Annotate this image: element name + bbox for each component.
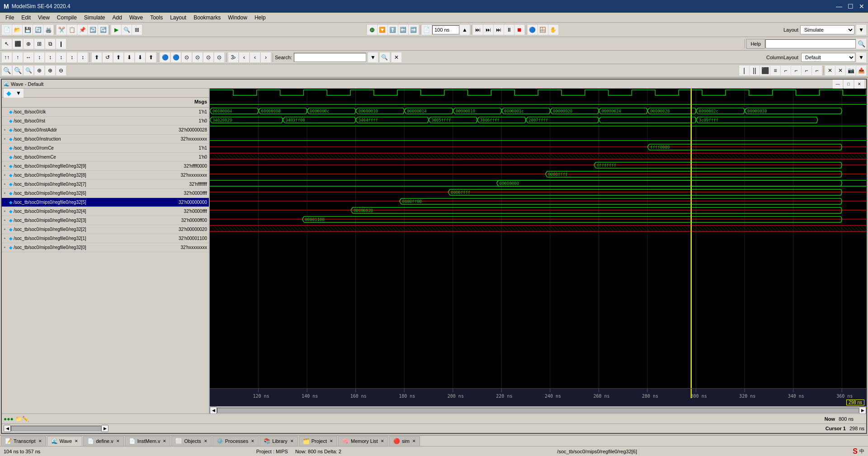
cursor-lock2-btn[interactable]: ✕ bbox=[835, 66, 845, 75]
signal-row[interactable]: +◆/soc_tb/soc0/mips0/regfile0/reg32[9]32… bbox=[2, 162, 209, 171]
tab-close-0[interactable]: ✕ bbox=[38, 439, 42, 443]
tb2-btn4[interactable]: ⊞ bbox=[34, 39, 44, 49]
signal-row[interactable]: +◆/soc_tb/soc0/InstAddr32'h00000028 bbox=[2, 126, 209, 135]
layout-dropdown[interactable]: Simulate Debug Default bbox=[800, 25, 854, 34]
tab-objects[interactable]: ⬜Objects✕ bbox=[171, 436, 211, 446]
tab-close-4[interactable]: ✕ bbox=[204, 439, 208, 443]
layout-dropdown-btn[interactable]: ▼ bbox=[856, 25, 866, 35]
expand-icon-3[interactable]: + bbox=[4, 137, 8, 141]
menu-view[interactable]: View bbox=[34, 14, 53, 22]
wave-max-btn[interactable]: □ bbox=[844, 79, 854, 89]
menu-wave[interactable]: Wave bbox=[126, 14, 146, 22]
column-layout-dropdown-btn[interactable]: ▼ bbox=[856, 52, 866, 62]
wave-cur3-btn[interactable]: ‹ bbox=[250, 52, 260, 62]
menu-layout[interactable]: Layout bbox=[166, 14, 190, 22]
tb2-btn2[interactable]: ⬛ bbox=[13, 39, 23, 49]
new-btn[interactable]: 📄 bbox=[2, 25, 12, 35]
sim-window-btn[interactable]: 🪟 bbox=[538, 25, 548, 35]
signal-row[interactable]: ◆/soc_tb/soc0/memCe1'h0 bbox=[2, 153, 209, 162]
menu-file[interactable]: File bbox=[2, 14, 18, 22]
zoom-in2-btn[interactable]: ⊕ bbox=[34, 66, 44, 75]
tb2-btn5[interactable]: ⧉ bbox=[45, 39, 55, 49]
trig4-btn[interactable]: ≡ bbox=[770, 66, 780, 75]
wave-cur4-btn[interactable]: › bbox=[261, 52, 271, 62]
tab-close-6[interactable]: ✕ bbox=[290, 439, 294, 443]
cursor-mode-btn[interactable]: ↖ bbox=[2, 39, 12, 49]
tab-library[interactable]: 📚Library✕ bbox=[259, 436, 298, 446]
scroll-right-btn[interactable]: ▶ bbox=[859, 407, 866, 414]
wave-collapse-btn[interactable]: ⬆ bbox=[146, 52, 156, 62]
trig5-btn[interactable]: ⌐ bbox=[781, 66, 791, 75]
signal-row[interactable]: +◆/soc_tb/soc0/mips0/regfile0/reg32[5]32… bbox=[2, 198, 209, 207]
sig-tb-btn1[interactable]: ◆ bbox=[4, 89, 14, 98]
tab-instmem.v[interactable]: 📄InstMem.v✕ bbox=[125, 436, 171, 446]
column-layout-dropdown[interactable]: Default bbox=[801, 53, 855, 62]
expand-icon-6[interactable]: + bbox=[4, 164, 8, 168]
wave-insert-btn[interactable]: ⬆ bbox=[92, 52, 102, 62]
undo-btn[interactable]: ↩️ bbox=[88, 25, 98, 35]
tab-project[interactable]: 🗂️Project✕ bbox=[299, 436, 337, 446]
wave-tb3-7[interactable]: ↕ bbox=[67, 52, 77, 62]
tb2-btn6[interactable]: ❙ bbox=[56, 39, 66, 49]
zoom-fit-btn[interactable]: 🔍 bbox=[2, 66, 12, 75]
signal-row[interactable]: +◆/soc_tb/soc0/mips0/regfile0/reg32[2]32… bbox=[2, 225, 209, 234]
tab-transcript[interactable]: 📝Transcript✕ bbox=[1, 436, 46, 446]
cursor-export-btn[interactable]: 📤 bbox=[856, 66, 866, 75]
scroll-up-btn[interactable]: ◀ bbox=[4, 425, 11, 432]
wave-tb3-5[interactable]: ↕ bbox=[45, 52, 55, 62]
sim-page-btn[interactable]: 📄 bbox=[422, 25, 432, 35]
sim-right-btn[interactable]: ➡️ bbox=[409, 25, 419, 35]
signal-row[interactable]: +◆/soc_tb/soc0/mips0/regfile0/reg32[8]32… bbox=[2, 171, 209, 180]
zoom-in-btn[interactable]: 🔍 bbox=[13, 66, 23, 75]
search-clear-btn[interactable]: ✕ bbox=[392, 52, 401, 62]
step4-btn[interactable]: ⏸ bbox=[504, 25, 514, 35]
signal-row[interactable]: +◆/soc_tb/soc0/mips0/regfile0/reg32[6]32… bbox=[2, 189, 209, 198]
tab-close-9[interactable]: ✕ bbox=[412, 439, 416, 443]
signal-row[interactable]: +◆/soc_tb/soc0/mips0/regfile0/reg32[4]32… bbox=[2, 207, 209, 216]
menu-window[interactable]: Window bbox=[224, 14, 251, 22]
menu-compile[interactable]: Compile bbox=[53, 14, 80, 22]
menu-help[interactable]: Help bbox=[251, 14, 269, 22]
wave-tb3-1[interactable]: ↑↑ bbox=[2, 52, 12, 62]
minimize-button[interactable]: — bbox=[836, 3, 842, 10]
expand-icon-8[interactable]: + bbox=[4, 182, 8, 186]
redo-btn[interactable]: ↪️ bbox=[98, 25, 108, 35]
expand-icon-15[interactable]: + bbox=[4, 245, 8, 249]
wave-cur1-btn[interactable]: 3› bbox=[228, 52, 238, 62]
zoom-region-btn[interactable]: ⊕ bbox=[45, 66, 55, 75]
sim-left-btn[interactable]: ⬅️ bbox=[398, 25, 408, 35]
wave-props-btn[interactable]: ⊙ bbox=[193, 52, 203, 62]
search-input[interactable] bbox=[294, 53, 366, 62]
expand-icon-12[interactable]: + bbox=[4, 218, 8, 222]
wave-expand-btn[interactable]: ⬇ bbox=[135, 52, 145, 62]
trig7-btn[interactable]: ⌐ bbox=[802, 66, 811, 75]
tab-memory-list[interactable]: 🧠Memory List✕ bbox=[338, 436, 388, 446]
scrollbar-track[interactable] bbox=[217, 408, 859, 413]
cursor-lock-btn[interactable]: ✕ bbox=[825, 66, 835, 75]
tab-close-5[interactable]: ✕ bbox=[251, 439, 255, 443]
paste-btn[interactable]: 📌 bbox=[77, 25, 87, 35]
tab-close-8[interactable]: ✕ bbox=[381, 439, 384, 443]
wave-add2-btn[interactable]: ⊙ bbox=[214, 52, 224, 62]
signal-row[interactable]: +◆/soc_tb/soc0/mips0/regfile0/reg32[1]32… bbox=[2, 234, 209, 243]
menu-simulate[interactable]: Simulate bbox=[80, 14, 109, 22]
zoom-out2-btn[interactable]: ⊖ bbox=[56, 66, 66, 75]
sim-control-btn[interactable]: 🔵 bbox=[528, 25, 538, 35]
cursor-snap-btn[interactable]: 📷 bbox=[846, 66, 856, 75]
close-button[interactable]: ✕ bbox=[859, 3, 864, 10]
help-button[interactable]: Help bbox=[746, 39, 765, 49]
time-input[interactable]: 100 ns bbox=[432, 25, 459, 34]
sim-up-btn[interactable]: ⬆️ bbox=[388, 25, 398, 35]
copy-btn[interactable]: 📋 bbox=[67, 25, 77, 35]
trig2-btn[interactable]: || bbox=[750, 66, 760, 75]
trig1-btn[interactable]: | bbox=[739, 66, 749, 75]
signal-row[interactable]: ◆/soc_tb/soc0/clk1'h1 bbox=[2, 108, 209, 117]
menu-add[interactable]: Add bbox=[109, 14, 126, 22]
expand-icon-13[interactable]: + bbox=[4, 227, 8, 231]
signal-row[interactable]: +◆/soc_tb/soc0/mips0/regfile0/reg32[3]32… bbox=[2, 216, 209, 225]
search-dropdown-btn[interactable]: ▼ bbox=[368, 52, 378, 62]
tab-close-1[interactable]: ✕ bbox=[75, 439, 78, 443]
step2-btn[interactable]: ⏭ bbox=[483, 25, 493, 35]
save-btn[interactable]: 💾 bbox=[23, 25, 33, 35]
tab-define.v[interactable]: 📄define.v✕ bbox=[83, 436, 124, 446]
